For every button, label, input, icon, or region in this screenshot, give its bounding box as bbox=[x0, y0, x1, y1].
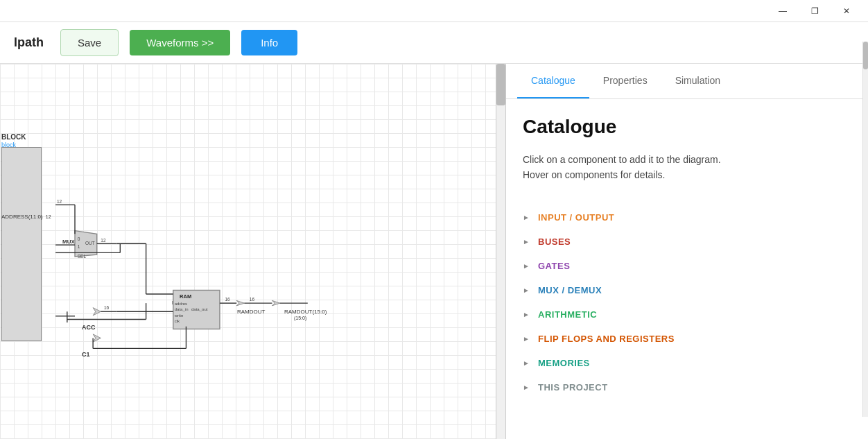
item-label-mux: MUX / DEMUX bbox=[538, 285, 602, 295]
item-label-input-output: INPUT / OUTPUT bbox=[538, 212, 614, 223]
svg-text:0: 0 bbox=[78, 236, 80, 241]
item-label-flipflops: FLIP FLOPS AND REGISTERS bbox=[538, 334, 675, 344]
item-label-thisproject: THIS PROJECT bbox=[538, 382, 608, 393]
catalogue-item-mux[interactable]: ► MUX / DEMUX bbox=[523, 278, 851, 302]
svg-text:RAM: RAM bbox=[180, 293, 191, 300]
item-label-arithmetic: ARITHMETIC bbox=[538, 309, 597, 320]
panel-description: Click on a component to add it to the di… bbox=[523, 152, 851, 183]
diagram-container: BLOCK block ADDRESS(11:0) 12 MUX1 RAM1 A… bbox=[0, 64, 496, 439]
diagram-svg: 0 1 OUT SEL 12 RAM addres data_in data_o… bbox=[0, 64, 496, 439]
panel-title: Catalogue bbox=[523, 116, 851, 138]
item-label-buses: BUSES bbox=[538, 236, 571, 247]
minimize-button[interactable]: — bbox=[767, 0, 799, 22]
info-button[interactable]: Info bbox=[241, 30, 297, 55]
svg-text:16: 16 bbox=[250, 297, 255, 302]
save-button[interactable]: Save bbox=[60, 29, 119, 56]
waveforms-button[interactable]: Waveforms >> bbox=[130, 30, 230, 55]
tabs-container: Catalogue Properties Simulation bbox=[506, 64, 868, 99]
item-label-gates: GATES bbox=[538, 261, 570, 271]
title-bar: — ❐ ✕ bbox=[0, 0, 868, 22]
arrow-icon: ► bbox=[523, 384, 531, 391]
panel-content: Catalogue Click on a component to add it… bbox=[506, 99, 868, 439]
canvas-scrollbar[interactable] bbox=[496, 64, 505, 439]
catalogue-list: ► INPUT / OUTPUT ► BUSES ► GATES ► MUX /… bbox=[523, 205, 851, 399]
toolbar: lpath Save Waveforms >> Info bbox=[0, 22, 868, 64]
arrow-icon: ► bbox=[523, 286, 531, 294]
svg-marker-17 bbox=[93, 308, 101, 316]
catalogue-item-buses[interactable]: ► BUSES bbox=[523, 230, 851, 254]
svg-text:OUT: OUT bbox=[85, 241, 95, 246]
catalogue-item-gates[interactable]: ► GATES bbox=[523, 254, 851, 278]
scrollbar-thumb[interactable] bbox=[496, 64, 505, 105]
arrow-icon: ► bbox=[523, 335, 531, 343]
svg-text:addres: addres bbox=[175, 302, 188, 306]
svg-marker-32 bbox=[236, 300, 244, 305]
svg-text:data_in: data_in bbox=[175, 307, 189, 311]
svg-marker-20 bbox=[93, 334, 101, 342]
item-label-memories: MEMORIES bbox=[538, 358, 590, 368]
svg-marker-35 bbox=[272, 300, 280, 305]
svg-text:data_out: data_out bbox=[191, 307, 208, 311]
desc-line1: Click on a component to add it to the di… bbox=[523, 154, 721, 165]
arrow-icon: ► bbox=[523, 311, 531, 318]
canvas-area[interactable]: BLOCK block ADDRESS(11:0) 12 MUX1 RAM1 A… bbox=[0, 64, 506, 439]
maximize-button[interactable]: ❐ bbox=[799, 0, 831, 22]
right-scrollbar[interactable] bbox=[862, 64, 868, 417]
right-panel: Catalogue Properties Simulation Catalogu… bbox=[506, 64, 868, 439]
app-title: lpath bbox=[14, 35, 44, 50]
arrow-icon: ► bbox=[523, 262, 531, 270]
svg-text:clk: clk bbox=[175, 319, 180, 323]
desc-line2: Hover on components for details. bbox=[523, 169, 665, 180]
catalogue-item-memories[interactable]: ► MEMORIES bbox=[523, 351, 851, 375]
svg-text:12: 12 bbox=[57, 199, 62, 204]
arrow-icon: ► bbox=[523, 214, 531, 221]
catalogue-item-thisproject[interactable]: ► THIS PROJECT bbox=[523, 375, 851, 399]
catalogue-item-flipflops[interactable]: ► FLIP FLOPS AND REGISTERS bbox=[523, 327, 851, 351]
catalogue-item-arithmetic[interactable]: ► ARITHMETIC bbox=[523, 302, 851, 327]
svg-text:1: 1 bbox=[78, 244, 80, 249]
tab-simulation[interactable]: Simulation bbox=[661, 64, 734, 98]
svg-text:write: write bbox=[174, 313, 184, 318]
right-scrollbar-thumb[interactable] bbox=[863, 64, 868, 69]
svg-text:16: 16 bbox=[225, 297, 230, 302]
svg-text:16: 16 bbox=[104, 305, 110, 310]
svg-text:12: 12 bbox=[101, 238, 106, 243]
svg-text:SEL: SEL bbox=[78, 254, 87, 259]
arrow-icon: ► bbox=[523, 238, 531, 246]
arrow-icon: ► bbox=[523, 359, 531, 367]
close-button[interactable]: ✕ bbox=[831, 0, 862, 22]
catalogue-item-input-output[interactable]: ► INPUT / OUTPUT bbox=[523, 205, 851, 230]
tab-catalogue[interactable]: Catalogue bbox=[517, 64, 589, 98]
main-content: BLOCK block ADDRESS(11:0) 12 MUX1 RAM1 A… bbox=[0, 64, 868, 439]
tab-properties[interactable]: Properties bbox=[589, 64, 661, 98]
